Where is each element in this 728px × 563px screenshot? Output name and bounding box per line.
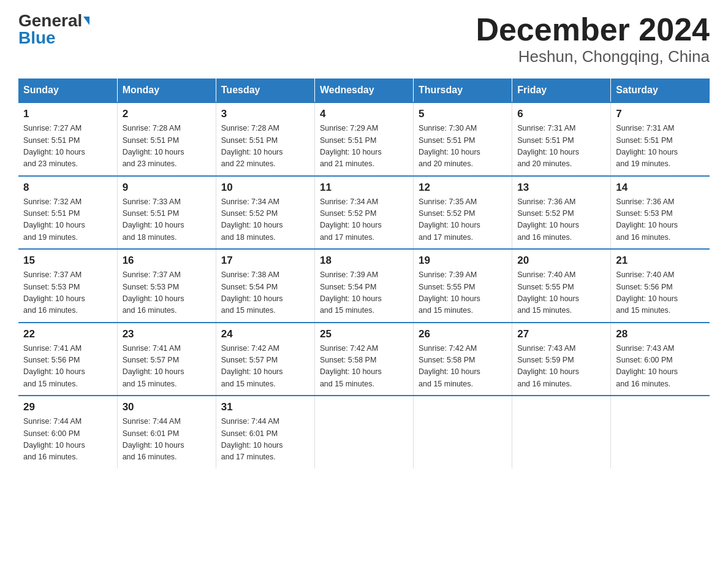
calendar-header-friday: Friday [512, 79, 611, 102]
calendar-day-cell: 1Sunrise: 7:27 AMSunset: 5:51 PMDaylight… [18, 102, 117, 176]
day-number: 5 [419, 108, 507, 120]
day-info: Sunrise: 7:37 AMSunset: 5:53 PMDaylight:… [23, 269, 112, 317]
calendar-day-cell: 29Sunrise: 7:44 AMSunset: 6:00 PMDayligh… [18, 396, 117, 469]
calendar-day-cell: 13Sunrise: 7:36 AMSunset: 5:52 PMDayligh… [512, 176, 611, 250]
day-info: Sunrise: 7:44 AMSunset: 6:01 PMDaylight:… [123, 416, 211, 464]
calendar-day-cell: 28Sunrise: 7:43 AMSunset: 6:00 PMDayligh… [611, 323, 710, 396]
calendar-day-cell: 5Sunrise: 7:30 AMSunset: 5:51 PMDaylight… [414, 102, 512, 176]
calendar-day-cell: 23Sunrise: 7:41 AMSunset: 5:57 PMDayligh… [117, 323, 216, 396]
calendar-header-row: SundayMondayTuesdayWednesdayThursdayFrid… [18, 79, 710, 102]
calendar-week-row: 29Sunrise: 7:44 AMSunset: 6:00 PMDayligh… [18, 396, 710, 469]
day-info: Sunrise: 7:30 AMSunset: 5:51 PMDaylight:… [419, 123, 507, 170]
day-info: Sunrise: 7:37 AMSunset: 5:53 PMDaylight:… [123, 269, 211, 317]
calendar-day-cell: 20Sunrise: 7:40 AMSunset: 5:55 PMDayligh… [512, 249, 611, 323]
day-number: 3 [221, 108, 309, 120]
day-number: 31 [221, 401, 309, 413]
calendar-day-cell: 4Sunrise: 7:29 AMSunset: 5:51 PMDaylight… [314, 102, 413, 176]
day-info: Sunrise: 7:39 AMSunset: 5:54 PMDaylight:… [320, 269, 408, 317]
day-info: Sunrise: 7:43 AMSunset: 5:59 PMDaylight:… [517, 343, 605, 391]
calendar-day-cell: 19Sunrise: 7:39 AMSunset: 5:55 PMDayligh… [414, 249, 512, 323]
day-info: Sunrise: 7:34 AMSunset: 5:52 PMDaylight:… [221, 196, 309, 244]
day-number: 11 [320, 182, 408, 194]
day-number: 1 [23, 108, 112, 120]
day-info: Sunrise: 7:28 AMSunset: 5:51 PMDaylight:… [123, 123, 211, 170]
day-number: 15 [23, 255, 112, 267]
calendar-day-cell: 11Sunrise: 7:34 AMSunset: 5:52 PMDayligh… [314, 176, 413, 250]
calendar-day-cell: 10Sunrise: 7:34 AMSunset: 5:52 PMDayligh… [216, 176, 314, 250]
calendar-day-cell: 22Sunrise: 7:41 AMSunset: 5:56 PMDayligh… [18, 323, 117, 396]
calendar-day-cell: 16Sunrise: 7:37 AMSunset: 5:53 PMDayligh… [117, 249, 216, 323]
calendar-day-cell: 21Sunrise: 7:40 AMSunset: 5:56 PMDayligh… [611, 249, 710, 323]
calendar-day-cell: 6Sunrise: 7:31 AMSunset: 5:51 PMDaylight… [512, 102, 611, 176]
calendar-day-cell: 7Sunrise: 7:31 AMSunset: 5:51 PMDaylight… [611, 102, 710, 176]
day-number: 14 [616, 182, 705, 194]
day-number: 29 [23, 401, 112, 413]
day-info: Sunrise: 7:31 AMSunset: 5:51 PMDaylight:… [517, 123, 605, 170]
calendar-day-cell: 15Sunrise: 7:37 AMSunset: 5:53 PMDayligh… [18, 249, 117, 323]
day-info: Sunrise: 7:34 AMSunset: 5:52 PMDaylight:… [320, 196, 408, 244]
calendar-day-cell [512, 396, 611, 469]
day-info: Sunrise: 7:36 AMSunset: 5:53 PMDaylight:… [616, 196, 705, 244]
calendar-week-row: 1Sunrise: 7:27 AMSunset: 5:51 PMDaylight… [18, 102, 710, 176]
day-info: Sunrise: 7:28 AMSunset: 5:51 PMDaylight:… [221, 123, 309, 170]
calendar-header-saturday: Saturday [611, 79, 710, 102]
day-number: 17 [221, 255, 309, 267]
calendar-week-row: 22Sunrise: 7:41 AMSunset: 5:56 PMDayligh… [18, 323, 710, 396]
day-info: Sunrise: 7:38 AMSunset: 5:54 PMDaylight:… [221, 269, 309, 317]
day-number: 27 [517, 328, 605, 340]
day-number: 6 [517, 108, 605, 120]
calendar-day-cell: 26Sunrise: 7:42 AMSunset: 5:58 PMDayligh… [414, 323, 512, 396]
day-number: 12 [419, 182, 507, 194]
logo-triangle-icon [83, 17, 89, 25]
day-info: Sunrise: 7:41 AMSunset: 5:56 PMDaylight:… [23, 343, 112, 391]
calendar-day-cell [611, 396, 710, 469]
calendar-day-cell: 14Sunrise: 7:36 AMSunset: 5:53 PMDayligh… [611, 176, 710, 250]
logo-blue-text: Blue [18, 29, 56, 47]
logo-general-text: General [18, 12, 82, 29]
logo: General Blue [18, 12, 89, 47]
calendar-day-cell: 27Sunrise: 7:43 AMSunset: 5:59 PMDayligh… [512, 323, 611, 396]
day-info: Sunrise: 7:41 AMSunset: 5:57 PMDaylight:… [123, 343, 211, 391]
calendar-day-cell: 30Sunrise: 7:44 AMSunset: 6:01 PMDayligh… [117, 396, 216, 469]
day-info: Sunrise: 7:31 AMSunset: 5:51 PMDaylight:… [616, 123, 705, 170]
day-number: 28 [616, 328, 705, 340]
day-number: 2 [123, 108, 211, 120]
day-number: 23 [123, 328, 211, 340]
calendar-header-tuesday: Tuesday [216, 79, 314, 102]
day-number: 16 [123, 255, 211, 267]
day-number: 13 [517, 182, 605, 194]
day-number: 24 [221, 328, 309, 340]
day-info: Sunrise: 7:40 AMSunset: 5:56 PMDaylight:… [616, 269, 705, 317]
calendar-header-thursday: Thursday [414, 79, 512, 102]
day-number: 18 [320, 255, 408, 267]
day-number: 25 [320, 328, 408, 340]
day-info: Sunrise: 7:40 AMSunset: 5:55 PMDaylight:… [517, 269, 605, 317]
day-number: 8 [23, 182, 112, 194]
day-number: 30 [123, 401, 211, 413]
calendar-day-cell: 18Sunrise: 7:39 AMSunset: 5:54 PMDayligh… [314, 249, 413, 323]
day-info: Sunrise: 7:33 AMSunset: 5:51 PMDaylight:… [123, 196, 211, 244]
day-number: 7 [616, 108, 705, 120]
title-area: December 2024 Heshun, Chongqing, China [476, 12, 710, 66]
day-number: 26 [419, 328, 507, 340]
calendar-day-cell [414, 396, 512, 469]
day-number: 20 [517, 255, 605, 267]
calendar-day-cell: 12Sunrise: 7:35 AMSunset: 5:52 PMDayligh… [414, 176, 512, 250]
calendar-day-cell: 31Sunrise: 7:44 AMSunset: 6:01 PMDayligh… [216, 396, 314, 469]
day-number: 19 [419, 255, 507, 267]
calendar-day-cell: 3Sunrise: 7:28 AMSunset: 5:51 PMDaylight… [216, 102, 314, 176]
calendar-table: SundayMondayTuesdayWednesdayThursdayFrid… [18, 79, 710, 469]
day-info: Sunrise: 7:36 AMSunset: 5:52 PMDaylight:… [517, 196, 605, 244]
day-info: Sunrise: 7:42 AMSunset: 5:58 PMDaylight:… [320, 343, 408, 391]
day-number: 4 [320, 108, 408, 120]
day-info: Sunrise: 7:32 AMSunset: 5:51 PMDaylight:… [23, 196, 112, 244]
calendar-day-cell: 24Sunrise: 7:42 AMSunset: 5:57 PMDayligh… [216, 323, 314, 396]
day-info: Sunrise: 7:43 AMSunset: 6:00 PMDaylight:… [616, 343, 705, 391]
calendar-day-cell: 25Sunrise: 7:42 AMSunset: 5:58 PMDayligh… [314, 323, 413, 396]
calendar-day-cell: 9Sunrise: 7:33 AMSunset: 5:51 PMDaylight… [117, 176, 216, 250]
calendar-week-row: 8Sunrise: 7:32 AMSunset: 5:51 PMDaylight… [18, 176, 710, 250]
calendar-day-cell: 17Sunrise: 7:38 AMSunset: 5:54 PMDayligh… [216, 249, 314, 323]
day-number: 9 [123, 182, 211, 194]
day-info: Sunrise: 7:27 AMSunset: 5:51 PMDaylight:… [23, 123, 112, 170]
calendar-header-sunday: Sunday [18, 79, 117, 102]
